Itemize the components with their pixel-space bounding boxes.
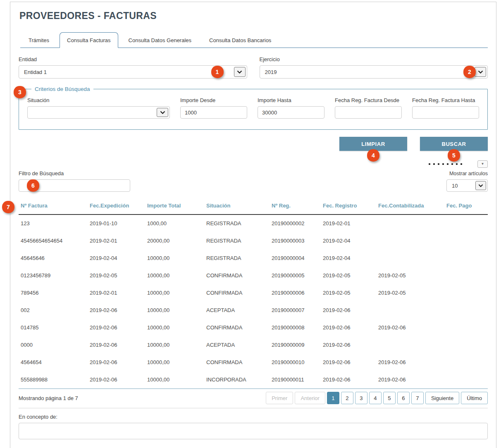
- caret-down-icon[interactable]: ▼: [477, 160, 488, 168]
- en-concepto-textarea[interactable]: [19, 423, 488, 439]
- table-cell: 2019-02-04: [90, 250, 147, 267]
- column-header-7: Fec. Pago: [446, 201, 488, 214]
- table-cell: [446, 232, 488, 250]
- mostrar-articulos-select[interactable]: 10: [446, 179, 488, 192]
- table-cell: 2019-02-05: [378, 267, 446, 284]
- table-cell: 2019-02-06: [378, 371, 446, 389]
- proveedores-facturas-window: PROVEEDORES - FACTURAS Trámites Consulta…: [10, 2, 496, 448]
- table-cell: 10000,00: [147, 302, 206, 319]
- ejercicio-select[interactable]: 2019 2: [260, 65, 488, 79]
- page-button-5[interactable]: 5: [383, 392, 396, 404]
- table-cell: 20190000010: [272, 354, 323, 371]
- table-cell: 2019-01-10: [90, 214, 147, 232]
- en-concepto-label: En concepto de:: [19, 414, 488, 420]
- table-cell: 45645646: [19, 250, 90, 267]
- table-cell: 20190000009: [272, 336, 323, 354]
- table-row[interactable]: 00002019-02-0610000,00ACEPTADA2019000000…: [19, 336, 488, 354]
- fecha-reg-desde-input[interactable]: [335, 106, 402, 119]
- page-button-1[interactable]: 1: [327, 392, 339, 404]
- table-row[interactable]: 1232019-01-101000,00REGISTRADA2019000000…: [19, 214, 488, 232]
- annotation-badge-3: 3: [14, 86, 26, 98]
- table-cell: CONFIRMADA: [206, 284, 272, 302]
- table-cell: 2019-02-06: [323, 319, 378, 336]
- pagination-bar: Mostrando página 1 de 7 PrimerAnterior12…: [19, 389, 488, 408]
- chevron-down-icon[interactable]: [234, 67, 246, 77]
- tab-consulta-datos-bancarios[interactable]: Consulta Datos Bancarios: [202, 32, 279, 48]
- importe-hasta-input[interactable]: [258, 106, 324, 119]
- page-button-último[interactable]: Último: [461, 392, 488, 404]
- table-cell: [446, 336, 488, 354]
- table-cell: 2019-02-06: [90, 319, 147, 336]
- importe-desde-input[interactable]: [180, 106, 247, 119]
- importe-desde-label: Importe Desde: [180, 97, 247, 103]
- table-row[interactable]: 0022019-02-0610000,00ACEPTADA20190000007…: [19, 302, 488, 319]
- page-button-siguiente[interactable]: Siguiente: [425, 392, 459, 404]
- table-cell: 45456654654654: [19, 232, 90, 250]
- table-cell: [446, 267, 488, 284]
- table-row[interactable]: 5558899882019-02-0610000,00INCORPORADA20…: [19, 371, 488, 389]
- ejercicio-select-value: 2019: [265, 69, 277, 75]
- tab-consulta-datos-generales[interactable]: Consulta Datos Generales: [121, 32, 199, 48]
- page-button-7[interactable]: 7: [411, 392, 424, 404]
- dot-icon: [451, 163, 453, 165]
- table-cell: [378, 214, 446, 232]
- table-row[interactable]: 454566546546542019-02-0120000,00REGISTRA…: [19, 232, 488, 250]
- table-cell: 014785: [19, 319, 90, 336]
- table-row[interactable]: 01234567892019-02-0510000,00CONFIRMADA20…: [19, 267, 488, 284]
- table-row[interactable]: 45646542019-02-0610000,00CONFIRMADA20190…: [19, 354, 488, 371]
- table-cell: 4564654: [19, 354, 90, 371]
- situacion-select[interactable]: [27, 106, 170, 119]
- table-cell: 20190000002: [272, 214, 323, 232]
- table-cell: REGISTRADA: [206, 232, 272, 250]
- table-cell: [378, 302, 446, 319]
- table-cell: [446, 319, 488, 336]
- page-button-4[interactable]: 4: [369, 392, 382, 404]
- table-cell: 10000,00: [147, 319, 206, 336]
- column-header-4: Nº Reg.: [272, 201, 323, 214]
- table-cell: REGISTRADA: [206, 250, 272, 267]
- table-row[interactable]: 0147852019-02-0610000,00CONFIRMADA201900…: [19, 319, 488, 336]
- table-cell: 10000,00: [147, 371, 206, 389]
- chevron-down-icon[interactable]: [475, 67, 486, 77]
- table-cell: CONFIRMADA: [206, 267, 272, 284]
- page-button-3[interactable]: 3: [355, 392, 367, 404]
- table-cell: 2019-02-06: [323, 336, 378, 354]
- table-row[interactable]: 456456462019-02-0410000,00REGISTRADA2019…: [19, 250, 488, 267]
- chevron-down-icon[interactable]: [157, 108, 168, 117]
- table-cell: [378, 250, 446, 267]
- table-cell: 20190000004: [272, 250, 323, 267]
- table-row[interactable]: 7894562019-02-0110000,00CONFIRMADA201900…: [19, 284, 488, 302]
- entidad-label: Entidad: [19, 56, 247, 62]
- fecha-reg-hasta-input[interactable]: [412, 106, 479, 119]
- limpiar-button[interactable]: LIMPIAR: [339, 137, 407, 151]
- chevron-down-icon[interactable]: [475, 181, 486, 190]
- dot-icon: [429, 163, 430, 165]
- table-cell: 0000: [19, 336, 90, 354]
- table-cell: [446, 214, 488, 232]
- table-cell: 20000,00: [147, 232, 206, 250]
- page-button-2[interactable]: 2: [341, 392, 353, 404]
- page-button-6[interactable]: 6: [397, 392, 410, 404]
- table-cell: 2019-02-04: [323, 250, 378, 267]
- annotation-badge-7: 7: [2, 201, 14, 213]
- tab-tramites[interactable]: Trámites: [21, 32, 57, 48]
- table-cell: [446, 371, 488, 389]
- entidad-select[interactable]: Entidad 1 1: [19, 65, 247, 79]
- table-cell: 2019-02-05: [323, 267, 378, 284]
- dot-icon: [442, 163, 444, 165]
- table-cell: 123: [19, 214, 90, 232]
- buscar-button[interactable]: BUSCAR: [420, 137, 488, 151]
- table-cell: 0123456789: [19, 267, 90, 284]
- column-header-0: Nº Factura: [19, 201, 90, 214]
- annotation-badge-1: 1: [211, 66, 224, 78]
- table-cell: INCORPORADA: [206, 371, 272, 389]
- table-cell: 2019-02-01: [90, 284, 147, 302]
- table-cell: CONFIRMADA: [206, 319, 272, 336]
- table-cell: 2019-02-06: [90, 302, 147, 319]
- tab-consulta-facturas[interactable]: Consulta Facturas: [60, 32, 118, 48]
- table-cell: 2019-02-04: [323, 232, 378, 250]
- column-header-2: Importe Total: [147, 201, 206, 214]
- table-cell: 2019-02-05: [323, 284, 378, 302]
- table-cell: [446, 302, 488, 319]
- table-cell: [378, 336, 446, 354]
